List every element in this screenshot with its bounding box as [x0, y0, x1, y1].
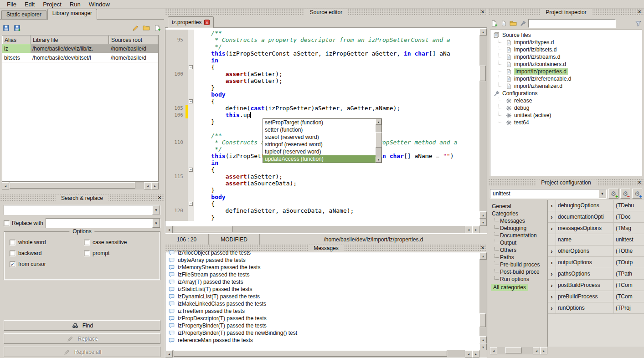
scroll-down-button[interactable]: ▾: [479, 219, 487, 226]
table-row[interactable]: iz/home/basile/dev/iz/lib/iz./home/basil…: [2, 44, 158, 53]
checkbox-box[interactable]: ✓: [10, 261, 15, 267]
expander-icon[interactable]: ›: [548, 200, 556, 211]
checkbox-whole-word[interactable]: whole word: [10, 239, 84, 245]
checkbox-case-sensitive[interactable]: case sensitive: [84, 239, 158, 245]
search-term-input[interactable]: [4, 206, 152, 214]
tab-static-explorer[interactable]: Static explorer: [1, 10, 46, 19]
scroll-left-button[interactable]: ◂: [465, 350, 472, 358]
scroll-down-button[interactable]: ▾: [479, 343, 487, 351]
expander-icon[interactable]: ›: [548, 223, 556, 234]
scrollbar-track[interactable]: [173, 350, 465, 358]
scroll-up-button[interactable]: ▴: [479, 336, 487, 343]
messages-vscrollbar[interactable]: ▴▴▾: [479, 252, 487, 351]
replace-with-combobox[interactable]: ▾: [46, 218, 160, 228]
fold-icon[interactable]: −: [189, 202, 193, 206]
category-item[interactable]: Pre-build proces: [490, 261, 546, 268]
configuration-selector[interactable]: unittest ▾: [490, 189, 607, 199]
fold-icon[interactable]: −: [189, 168, 193, 172]
completion-item[interactable]: stringof (reserved word): [263, 141, 376, 148]
completion-scrollbar[interactable]: ▴▾: [376, 119, 381, 163]
scrollbar-thumb[interactable]: [505, 347, 522, 353]
tree-item[interactable]: test64: [492, 119, 642, 126]
save-library-list-button[interactable]: [2, 24, 10, 32]
column-header-alias[interactable]: Alias: [2, 36, 31, 44]
close-icon[interactable]: ✕: [636, 9, 643, 15]
tree-group-source-files[interactable]: Source files: [492, 31, 642, 39]
category-item[interactable]: Categories: [490, 210, 546, 217]
code-editor[interactable]: /**95 * Constructs a property descriptor…: [165, 28, 487, 234]
add-library-button[interactable]: [153, 24, 161, 32]
find-button[interactable]: Find: [4, 320, 160, 331]
scroll-down-button[interactable]: ▾: [376, 157, 381, 163]
tree-group-configurations[interactable]: Configurations: [492, 90, 642, 97]
tree-item[interactable]: release: [492, 97, 642, 104]
editor-vscrollbar[interactable]: ▴▴▾: [479, 28, 487, 226]
category-item[interactable]: Paths: [490, 254, 546, 261]
expander-icon[interactable]: ›: [548, 302, 556, 313]
completion-item[interactable]: sizeof (reserved word): [263, 133, 376, 141]
checkbox-from-cursor[interactable]: ✓from cursor: [10, 261, 84, 267]
property-row[interactable]: nameunittest: [548, 234, 644, 245]
close-icon[interactable]: ✕: [479, 9, 486, 15]
scrollbar-thumb[interactable]: [376, 132, 382, 148]
scroll-left-button[interactable]: ◂: [533, 347, 540, 354]
column-header-sources-root[interactable]: Sources root: [109, 36, 158, 44]
message-item[interactable]: izPropertyBinder(T) passed the tests: [167, 322, 479, 329]
property-row[interactable]: ›preBuildProcess(TCom: [548, 291, 644, 302]
expander-icon[interactable]: ›: [548, 211, 556, 222]
scrollbar-track[interactable]: [479, 36, 487, 211]
new-source-button[interactable]: [500, 19, 508, 27]
message-item[interactable]: izDynamicList(T) passed the tests: [167, 293, 479, 300]
tree-item[interactable]: import/iz/serializer.d: [492, 82, 642, 90]
editor-tab-iz-properties[interactable]: iz.properties ✕: [168, 16, 214, 28]
editor-hscrollbar[interactable]: ◂◂▸: [165, 226, 479, 233]
completion-item[interactable]: setPropTarget (function): [263, 119, 376, 126]
remove-config-button[interactable]: ⚙ −: [620, 189, 630, 199]
message-item[interactable]: izMakeLinkedClass passed the tests: [167, 300, 479, 307]
checkbox-box[interactable]: [84, 251, 90, 256]
property-row[interactable]: ›postBuildProcess(TCom: [548, 280, 644, 291]
tree-item[interactable]: debug: [492, 104, 642, 112]
tree-item[interactable]: import/iz/streams.d: [492, 53, 642, 61]
expander-icon[interactable]: ›: [548, 268, 556, 279]
menu-item-file[interactable]: File: [3, 0, 21, 8]
message-item[interactable]: izStaticList(T) passed the tests: [167, 286, 479, 293]
tab-library-manager[interactable]: Library manager: [47, 9, 97, 20]
category-item[interactable]: Output: [490, 239, 546, 246]
message-item[interactable]: izArray(T) passed the tests: [167, 278, 479, 286]
menu-item-project[interactable]: Project: [39, 0, 65, 8]
scroll-right-button[interactable]: ▸: [472, 226, 479, 233]
scrollbar-track[interactable]: [479, 260, 487, 336]
message-item[interactable]: izPropDescriptor(T) passed the tests: [167, 315, 479, 322]
edit-library-button[interactable]: [131, 24, 139, 32]
scrollbar-thumb[interactable]: [174, 350, 447, 357]
scrollbar-track[interactable]: [497, 347, 533, 354]
fold-icon[interactable]: −: [189, 65, 193, 69]
category-item[interactable]: Post-build proce: [490, 268, 546, 276]
load-library-list-button[interactable]: [13, 24, 21, 32]
property-row[interactable]: ›debugingOptions(TDebu: [548, 200, 644, 211]
checkbox-box[interactable]: [84, 240, 90, 245]
tab-close-icon[interactable]: ✕: [204, 20, 210, 25]
scrollbar-thumb[interactable]: [10, 182, 135, 189]
tree-item[interactable]: import/iz/containers.d: [492, 61, 642, 68]
property-row[interactable]: ›outputOptions(TOutp: [548, 257, 644, 268]
message-item[interactable]: izMemoryStream passed the tests: [167, 264, 479, 271]
replace-button[interactable]: Replace: [4, 333, 160, 344]
expander-icon[interactable]: ›: [548, 291, 556, 302]
scrollbar-track[interactable]: [173, 226, 465, 233]
expander-icon[interactable]: ›: [548, 245, 556, 256]
fold-icon[interactable]: −: [189, 99, 193, 103]
replace-all-button[interactable]: Replace all: [4, 347, 160, 357]
close-icon[interactable]: ✕: [479, 245, 486, 251]
scrollbar-track[interactable]: [9, 182, 144, 189]
category-item[interactable]: Debugging: [490, 225, 546, 232]
add-config-button[interactable]: ⚙ +: [608, 189, 618, 199]
tree-item[interactable]: import/iz/bitsets.d: [492, 46, 642, 53]
message-item[interactable]: ubyteArray passed the tests: [167, 256, 479, 264]
scroll-left-button[interactable]: ◂: [465, 226, 472, 233]
all-categories-item[interactable]: All categories: [491, 284, 528, 291]
completion-item[interactable]: tupleof (reserved word): [263, 148, 376, 155]
dropdown-button[interactable]: ▾: [152, 219, 160, 228]
scroll-right-button[interactable]: ▸: [540, 347, 547, 354]
